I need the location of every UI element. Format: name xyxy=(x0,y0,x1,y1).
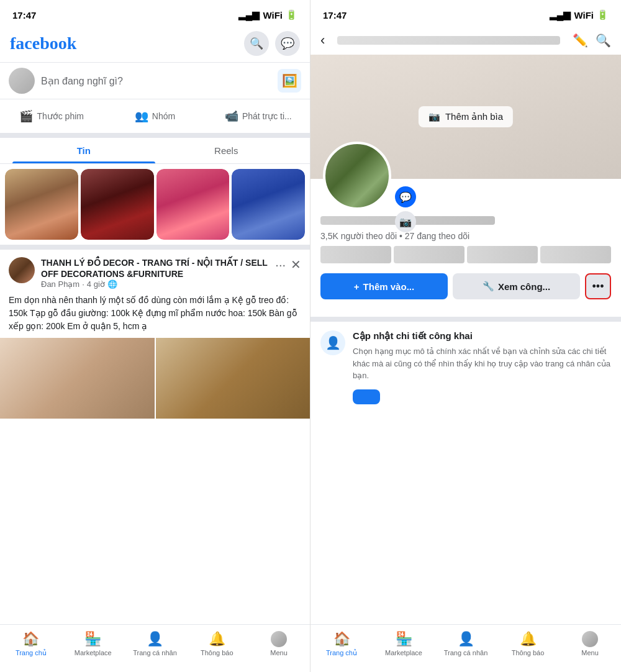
post-close-button[interactable]: ✕ xyxy=(291,257,301,272)
post-header: THANH LÝ ĐỒ DECOR - TRANG TRÍ - NỘI THẤT… xyxy=(9,257,301,289)
view-label: Xem công... xyxy=(498,281,550,292)
add-cover-button[interactable]: 📷 Thêm ảnh bìa xyxy=(419,106,513,127)
messenger-icon: 💬 xyxy=(281,37,294,50)
update-content: Cập nhật chi tiết công khai Chọn hạng mụ… xyxy=(353,330,611,404)
update-action-button[interactable] xyxy=(353,389,380,404)
right-profile-label: Trang cá nhân xyxy=(444,649,488,656)
left-status-icons: ▂▄▆ WiFi 🔋 xyxy=(238,9,297,20)
follower-chip-4 xyxy=(540,246,611,263)
follower-chip-2 xyxy=(394,246,465,263)
profile-info-area: 3,5K người theo dõi • 27 đang theo dõi +… xyxy=(310,216,621,317)
back-button[interactable]: ‹ xyxy=(320,32,325,48)
battery-icon: 🔋 xyxy=(286,9,297,20)
tab-reels[interactable]: Reels xyxy=(155,138,298,163)
left-phone-panel: 17:47 ▂▄▆ WiFi 🔋 facebook 🔍 💬 Bạn đang n… xyxy=(0,0,310,672)
right-nav-menu[interactable]: Menu xyxy=(559,629,621,660)
post-subtitle: Đan Phạm · 4 giờ 🌐 xyxy=(41,279,269,289)
right-search-icon[interactable]: 🔍 xyxy=(596,33,611,48)
post-title: THANH LÝ ĐỒ DECOR - TRANG TRÍ - NỘI THẤT… xyxy=(41,257,269,279)
story-input-bar[interactable]: Bạn đang nghĩ gì? 🖼️ xyxy=(0,62,310,99)
marketplace-label: Marketplace xyxy=(75,649,112,656)
tab-tin[interactable]: Tin xyxy=(12,138,155,163)
story-item-4[interactable] xyxy=(232,169,305,240)
reels-action[interactable]: 🎬 Thước phim xyxy=(0,104,103,128)
post-author: Đan Phạm xyxy=(41,279,79,289)
live-action[interactable]: 📹 Phát trực ti... xyxy=(207,104,310,128)
story-bg-2 xyxy=(81,169,154,240)
live-icon: 📹 xyxy=(225,109,238,123)
profile-stats-text: 3,5K người theo dõi • 27 đang theo dõi xyxy=(320,231,469,241)
person-circle-icon: 👤 xyxy=(325,335,341,350)
avatar-edit-button[interactable]: 💬 xyxy=(395,186,416,207)
left-bottom-nav: 🏠 Trang chủ 🏪 Marketplace 👤 Trang cá nhâ… xyxy=(0,624,310,672)
update-person-icon: 👤 xyxy=(320,330,345,355)
post-content: Em dọn nhà nên thanh lý một số đồ dùng c… xyxy=(9,294,301,333)
more-options-button[interactable]: ••• xyxy=(585,273,611,299)
gear-icon: 🔧 xyxy=(483,281,494,292)
right-nav-home[interactable]: 🏠 Trang chủ xyxy=(310,629,373,660)
right-marketplace-label: Marketplace xyxy=(385,649,422,656)
post-image-1[interactable] xyxy=(0,338,155,419)
user-avatar-small xyxy=(9,68,35,94)
update-title: Cập nhật chi tiết công khai xyxy=(353,330,611,342)
follower-chip-3 xyxy=(467,246,538,263)
left-status-bar: 17:47 ▂▄▆ WiFi 🔋 xyxy=(0,0,310,27)
right-nav-marketplace[interactable]: 🏪 Marketplace xyxy=(373,629,435,660)
story-item-1[interactable] xyxy=(5,169,78,240)
right-battery-icon: 🔋 xyxy=(597,9,609,20)
facebook-logo: facebook xyxy=(10,34,76,53)
notifications-label: Thông báo xyxy=(201,649,233,656)
notifications-icon: 🔔 xyxy=(209,631,225,647)
photo-icon-button[interactable]: 🖼️ xyxy=(278,69,301,93)
story-item-3[interactable] xyxy=(156,169,230,240)
edit-icon[interactable]: ✏️ xyxy=(573,33,588,48)
left-nav-profile[interactable]: 👤 Trang cá nhân xyxy=(124,629,186,660)
update-section: 👤 Cập nhật chi tiết công khai Chọn hạng … xyxy=(310,317,621,413)
post-actions-right: ··· ✕ xyxy=(275,257,301,272)
post-more-button[interactable]: ··· xyxy=(275,258,286,272)
add-cover-label: Thêm ảnh bìa xyxy=(445,111,503,122)
cover-area: 📷 Thêm ảnh bìa 💬 📷 xyxy=(310,55,621,179)
right-notifications-label: Thông báo xyxy=(512,649,545,656)
profile-avatar-image xyxy=(323,142,391,210)
profile-action-buttons: + Thêm vào... 🔧 Xem công... ••• xyxy=(320,273,611,299)
stories-strip xyxy=(0,164,310,245)
left-nav-menu[interactable]: Menu xyxy=(248,629,310,660)
left-nav-marketplace[interactable]: 🏪 Marketplace xyxy=(62,629,124,660)
avatar-camera-button[interactable]: 📷 xyxy=(395,211,416,232)
add-to-profile-button[interactable]: + Thêm vào... xyxy=(320,273,448,299)
right-marketplace-icon: 🏪 xyxy=(396,631,412,647)
feed-tabs: Tin Reels xyxy=(0,138,310,164)
menu-avatar xyxy=(271,631,287,647)
post-images xyxy=(0,338,310,419)
follower-chip-1 xyxy=(320,246,391,263)
right-phone-panel: 17:47 ▂▄▆ WiFi 🔋 ‹ ✏️ 🔍 📷 Thêm ảnh bìa 💬 xyxy=(310,0,621,672)
left-nav-home[interactable]: 🏠 Trang chủ xyxy=(0,629,62,660)
right-wifi-icon: WiFi xyxy=(574,10,594,20)
post-time: 4 giờ xyxy=(87,279,105,289)
post-separator: · xyxy=(82,279,84,289)
search-icon: 🔍 xyxy=(250,37,263,50)
profile-nav-icons: ✏️ 🔍 xyxy=(573,33,611,48)
story-item-2[interactable] xyxy=(81,169,154,240)
wifi-icon: WiFi xyxy=(263,10,283,20)
add-icon: + xyxy=(354,281,360,292)
left-status-time: 17:47 xyxy=(12,10,36,20)
right-nav-profile[interactable]: 👤 Trang cá nhân xyxy=(435,629,497,660)
groups-action[interactable]: 👥 Nhóm xyxy=(103,104,206,128)
right-nav-notifications[interactable]: 🔔 Thông báo xyxy=(497,629,559,660)
messenger-button[interactable]: 💬 xyxy=(275,31,300,56)
profile-label: Trang cá nhân xyxy=(133,649,177,656)
left-nav-notifications[interactable]: 🔔 Thông báo xyxy=(186,629,248,660)
right-status-time: 17:47 xyxy=(323,10,347,20)
quick-actions-bar: 🎬 Thước phim 👥 Nhóm 📹 Phát trực ti... xyxy=(0,99,310,138)
search-button[interactable]: 🔍 xyxy=(244,31,269,56)
post-image-2[interactable] xyxy=(156,338,310,419)
profile-stats: 3,5K người theo dõi • 27 đang theo dõi xyxy=(320,231,611,241)
right-status-bar: 17:47 ▂▄▆ WiFi 🔋 xyxy=(310,0,621,27)
photo-icon: 🖼️ xyxy=(282,73,297,88)
signal-icon: ▂▄▆ xyxy=(238,9,260,20)
groups-icon: 👥 xyxy=(135,109,148,123)
post-author-avatar xyxy=(9,257,35,283)
view-work-button[interactable]: 🔧 Xem công... xyxy=(453,273,580,299)
